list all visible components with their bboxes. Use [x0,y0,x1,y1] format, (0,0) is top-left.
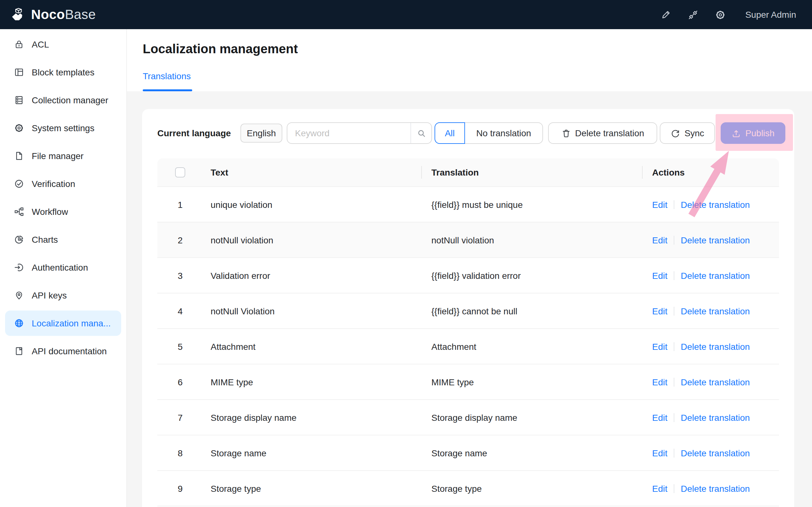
sidebar-item-collection-manager[interactable]: Collection manager [5,88,121,113]
sidebar-item-charts[interactable]: Charts [5,227,121,252]
delete-translation-link[interactable]: Delete translation [681,341,750,351]
translation-cell: Attachment [421,341,642,351]
user-menu[interactable]: Super Admin [745,9,796,20]
delete-translation-link[interactable]: Delete translation [681,377,750,387]
translation-cell: Storage display name [421,412,642,422]
layout-icon [14,67,24,77]
table-row: 8 Storage name Storage name EditDelete t… [157,435,779,471]
edit-link[interactable]: Edit [652,377,667,387]
top-navbar: NocoBase Super Admin [0,0,812,29]
settings-gear-icon[interactable] [715,9,726,20]
delete-translation-link[interactable]: Delete translation [681,448,750,458]
toolbar: Current language English All No translat… [142,122,794,144]
pin-icon [14,290,24,300]
edit-link[interactable]: Edit [652,483,667,493]
action-divider [674,484,674,493]
row-index[interactable]: 3 [177,270,183,280]
design-pen-icon[interactable] [660,9,671,20]
sidebar-item-label: Charts [32,234,58,245]
row-index[interactable]: 1 [177,199,183,210]
filter-no-translation-button[interactable]: No translation [464,122,543,144]
sidebar-item-authentication[interactable]: Authentication [5,255,121,280]
select-all-checkbox[interactable] [175,167,185,177]
delete-translation-link[interactable]: Delete translation [681,270,750,280]
table-row: 7 Storage display name Storage display n… [157,400,779,435]
edit-link[interactable]: Edit [652,412,667,422]
edit-link[interactable]: Edit [652,341,667,351]
file-icon [14,151,24,161]
filter-all-button[interactable]: All [435,122,465,144]
actions-cell: EditDelete translation [642,235,779,245]
app-window: NocoBase Super Admin ACL Block templates… [0,0,812,507]
check-circle-icon [14,179,24,189]
table-header: Text Translation Actions [157,158,779,187]
language-select[interactable]: English [241,124,282,143]
edit-link[interactable]: Edit [652,270,667,280]
sidebar-item-workflow[interactable]: Workflow [5,199,121,224]
sidebar-item-label: File manager [32,151,84,161]
sidebar-item-system-settings[interactable]: System settings [5,115,121,141]
actions-cell: EditDelete translation [642,412,779,422]
action-divider [674,306,674,315]
search-button[interactable] [410,123,432,143]
column-header-text: Text [203,167,421,177]
publish-button[interactable]: Publish [721,122,785,144]
row-index[interactable]: 2 [177,235,183,245]
nocobase-logo[interactable]: NocoBase [10,6,96,23]
row-index[interactable]: 5 [177,341,183,351]
actions-cell: EditDelete translation [642,377,779,387]
column-header-translation: Translation [421,158,642,186]
text-cell: MIME type [203,377,421,387]
row-index[interactable]: 8 [177,448,183,458]
sync-button[interactable]: Sync [660,122,715,144]
sidebar-item-label: ACL [32,39,49,49]
delete-translation-link[interactable]: Delete translation [681,199,750,210]
text-cell: Storage type [203,483,421,493]
delete-translation-link[interactable]: Delete translation [681,306,750,316]
sidebar-item-localization-mana-[interactable]: Localization mana... [5,311,121,336]
sidebar-item-file-manager[interactable]: File manager [5,143,121,169]
row-index[interactable]: 4 [177,306,183,316]
collection-icon [14,95,24,105]
sidebar-item-block-templates[interactable]: Block templates [5,60,121,85]
table-row: 3 Validation error {{field}} validation … [157,258,779,293]
translation-cell: MIME type [421,377,642,387]
sidebar-item-api-keys[interactable]: API keys [5,283,121,308]
text-cell: Validation error [203,270,421,280]
translation-cell: Storage name [421,448,642,458]
delete-translation-button[interactable]: Delete translation [548,122,657,144]
text-cell: notNull Violation [203,306,421,316]
translations-table: Text Translation Actions 1 unique violat… [157,158,779,506]
tab-translations[interactable]: Translations [143,71,191,81]
action-divider [674,235,674,244]
sidebar-item-label: API documentation [32,346,107,356]
row-index[interactable]: 9 [177,483,183,493]
sidebar-item-api-documentation[interactable]: API documentation [5,338,121,364]
edit-link[interactable]: Edit [652,235,667,245]
translation-cell: {{field}} must be unique [421,199,642,210]
globe-icon [14,318,24,328]
sidebar-item-verification[interactable]: Verification [5,171,121,196]
nocobase-logo-icon [10,6,27,23]
action-divider [674,342,674,351]
edit-link[interactable]: Edit [652,448,667,458]
sync-icon [670,128,680,138]
edit-link[interactable]: Edit [652,199,667,210]
keyword-search [287,122,432,144]
delete-translation-link[interactable]: Delete translation [681,412,750,422]
page-header: Localization management Translations [127,29,812,91]
plugin-icon[interactable] [688,9,699,20]
trash-icon [561,128,571,138]
delete-translation-link[interactable]: Delete translation [681,235,750,245]
actions-cell: EditDelete translation [642,341,779,351]
login-icon [14,262,24,273]
sidebar-item-acl[interactable]: ACL [5,32,121,57]
sidebar-item-label: Collection manager [32,95,108,105]
lock-icon [14,39,24,49]
row-index[interactable]: 6 [177,377,183,387]
table-row: 4 notNull Violation {{field}} cannot be … [157,293,779,329]
actions-cell: EditDelete translation [642,483,779,493]
edit-link[interactable]: Edit [652,306,667,316]
delete-translation-link[interactable]: Delete translation [681,483,750,493]
row-index[interactable]: 7 [177,412,183,422]
